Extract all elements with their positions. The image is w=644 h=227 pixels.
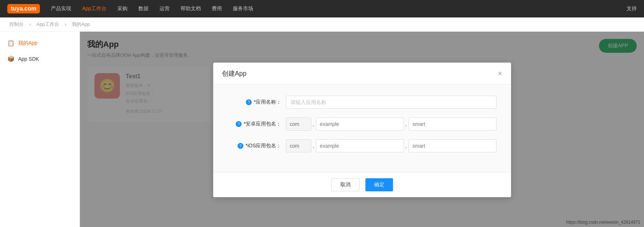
modal-title: 创建App	[222, 69, 247, 78]
nav-item-docs[interactable]: 帮助文档	[181, 5, 201, 12]
nav-item-purchase[interactable]: 采购	[117, 5, 127, 12]
top-navigation: tuya.com 产品实现 App工作台 采购 数据 运营 帮助文档 费用 服务…	[0, 0, 644, 17]
modal-overlay: 创建App × ? *应用名称：	[80, 32, 644, 227]
breadcrumb-item-appworkbench[interactable]: App工作台	[37, 21, 59, 27]
ios-dot-sep-2: .	[404, 142, 409, 150]
sidebar: 📋 我的App 📦 App SDK	[0, 32, 80, 227]
nav-item-appworkbench[interactable]: App工作台	[82, 5, 106, 12]
main-content: 我的App 一站式自有品牌OEM App构建，运营等管理服务。 创建APP 😊 …	[80, 32, 644, 227]
ios-package-mid[interactable]	[316, 139, 404, 152]
modal-body: ? *应用名称： ? *安卓应用包名： .	[213, 85, 511, 172]
ios-package-last[interactable]	[409, 139, 497, 152]
sidebar-item-myapp[interactable]: 📋 我的App	[0, 35, 80, 51]
ios-package-inputs: . .	[286, 139, 497, 152]
form-row-android: ? *安卓应用包名： . .	[228, 118, 497, 131]
nav-item-product[interactable]: 产品实现	[51, 5, 71, 12]
nav-item-market[interactable]: 服务市场	[233, 5, 253, 12]
breadcrumb-item-console[interactable]: 控制台	[9, 21, 24, 27]
android-package-mid[interactable]	[316, 118, 404, 131]
android-label-text: *安卓应用包名：	[244, 121, 281, 127]
main-layout: 📋 我的App 📦 App SDK 我的App 一站式自有品牌OEM App构建…	[0, 32, 644, 227]
confirm-button[interactable]: 确定	[365, 178, 393, 191]
myapp-icon: 📋	[7, 40, 15, 47]
form-row-ios: ? *iOS应用包名： . .	[228, 139, 497, 152]
appname-help-icon[interactable]: ?	[246, 99, 252, 105]
appsdk-icon: 📦	[7, 55, 15, 62]
form-row-appname: ? *应用名称：	[228, 96, 497, 109]
ios-label: ? *iOS应用包名：	[228, 143, 286, 149]
appname-label: ? *应用名称：	[228, 99, 286, 105]
cancel-button[interactable]: 取消	[331, 178, 360, 191]
breadcrumb: 控制台 › App工作台 › 我的App	[0, 17, 644, 32]
ios-package-com[interactable]	[286, 139, 311, 152]
sidebar-item-myapp-label: 我的App	[18, 40, 37, 47]
breadcrumb-item-myapp[interactable]: 我的App	[72, 21, 90, 27]
nav-support[interactable]: 支持	[627, 5, 637, 12]
android-package-inputs: . .	[286, 118, 497, 131]
ios-label-text: *iOS应用包名：	[246, 143, 282, 149]
nav-item-data[interactable]: 数据	[138, 5, 149, 12]
nav-items: 产品实现 App工作台 采购 数据 运营 帮助文档 费用 服务市场	[51, 5, 637, 12]
nav-item-operations[interactable]: 运营	[159, 5, 170, 12]
modal-footer: 取消 确定	[213, 172, 511, 197]
sidebar-item-appsdk[interactable]: 📦 App SDK	[0, 51, 80, 67]
create-app-modal: 创建App × ? *应用名称：	[213, 63, 511, 197]
android-help-icon[interactable]: ?	[236, 121, 242, 127]
android-package-com[interactable]	[286, 118, 311, 131]
ios-dot-sep-1: .	[311, 142, 316, 150]
android-package-last[interactable]	[409, 118, 497, 131]
sidebar-item-appsdk-label: App SDK	[18, 56, 39, 62]
android-dot-sep-1: .	[311, 120, 316, 128]
ios-help-icon[interactable]: ?	[238, 143, 243, 149]
appname-label-text: *应用名称：	[254, 99, 281, 105]
modal-close-button[interactable]: ×	[498, 70, 502, 77]
android-dot-sep-2: .	[404, 120, 409, 128]
appname-input[interactable]	[286, 96, 497, 109]
nav-item-fees[interactable]: 费用	[212, 5, 222, 12]
android-label: ? *安卓应用包名：	[228, 121, 286, 127]
modal-header: 创建App ×	[213, 63, 511, 85]
logo[interactable]: tuya.com	[7, 4, 40, 13]
